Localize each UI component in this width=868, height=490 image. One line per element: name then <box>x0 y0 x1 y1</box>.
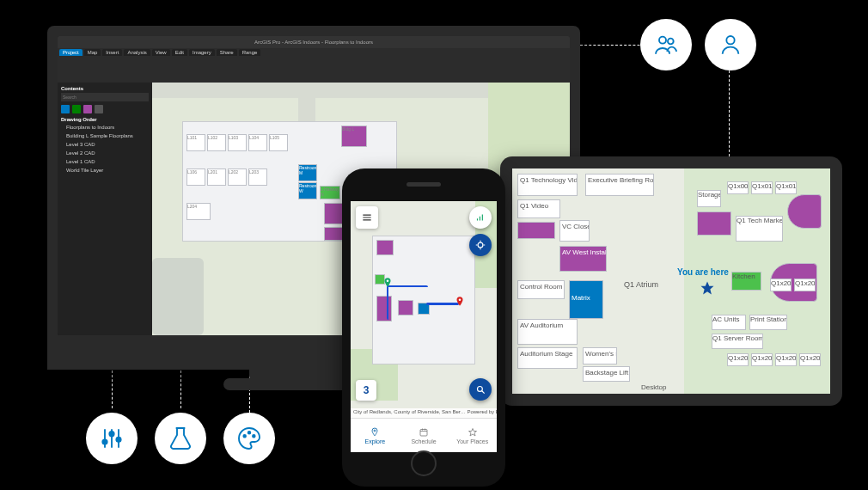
bottom-nav: Explore Schedule Your Places <box>351 418 497 452</box>
room: L203 <box>248 168 267 186</box>
room: Women's L <box>583 347 617 364</box>
ribbon[interactable]: Project Map Insert Analysis View Edit Im… <box>58 48 570 83</box>
room: Restroom M <box>298 164 317 181</box>
layer-item[interactable]: Level 2 CAD <box>61 150 149 156</box>
room: Control Room <box>517 280 565 299</box>
connector <box>729 70 730 156</box>
svg-point-15 <box>248 432 251 434</box>
map-attribution: City of Redlands, County of Riverside, S… <box>351 408 497 418</box>
room <box>697 211 731 236</box>
layer-item[interactable]: Level 1 CAD <box>61 158 149 165</box>
ribbon-tab[interactable]: Edit <box>172 49 187 56</box>
svg-point-4 <box>387 279 389 282</box>
search-button[interactable] <box>469 378 492 401</box>
ribbon-tab[interactable]: Insert <box>102 49 122 56</box>
contents-pane[interactable]: Contents Drawing Order Floorplans to Ind… <box>58 83 152 335</box>
signal-button[interactable] <box>469 206 492 229</box>
svg-point-12 <box>109 432 113 436</box>
ribbon-tab-project[interactable]: Project <box>59 49 83 56</box>
contents-search[interactable] <box>61 93 149 101</box>
layer-item[interactable]: Building L Sample Floorplans <box>61 132 149 139</box>
svg-point-2 <box>726 36 734 44</box>
menu-button[interactable] <box>356 206 378 229</box>
tablet-device: Q1 Technology Video Q1 Video Executive B… <box>500 156 842 406</box>
room <box>787 194 822 229</box>
svg-point-7 <box>478 387 483 392</box>
origin-pin-icon <box>382 277 394 289</box>
room: L105 <box>269 134 288 151</box>
room: L202 <box>228 168 247 186</box>
ribbon-tab[interactable]: Imagery <box>189 49 215 56</box>
room: AC Units <box>712 315 746 330</box>
destination-pin-icon <box>454 296 466 308</box>
room: Restroom W <box>298 182 317 199</box>
room: L Hallway N <box>320 186 340 199</box>
ribbon-tab[interactable]: Range <box>239 49 261 56</box>
svg-point-6 <box>478 242 483 248</box>
svg-marker-10 <box>468 428 476 436</box>
room-label: Q1 Atrium <box>624 280 658 289</box>
room: Backstage Lift <box>583 366 630 382</box>
room: Q1x2021 <box>794 279 816 291</box>
room: L101 <box>186 134 205 151</box>
phone-app: 3 City of Redlands, County of Riverside,… <box>351 201 497 452</box>
phone-map[interactable]: 3 City of Redlands, County of Riverside,… <box>351 201 497 418</box>
room: Q1 Server Room <box>712 334 763 349</box>
contents-header: Contents <box>61 86 149 91</box>
ribbon-tab[interactable]: View <box>152 49 170 56</box>
room: VC Closet <box>559 220 590 242</box>
ribbon-tab[interactable]: Analysis <box>124 49 150 56</box>
ribbon-tab[interactable]: Map <box>84 49 101 56</box>
drawing-order-label: Drawing Order <box>61 117 149 122</box>
svg-point-13 <box>116 438 120 442</box>
phone-device: 3 City of Redlands, County of Riverside,… <box>342 168 505 487</box>
you-are-here-label: You are here <box>677 267 729 277</box>
tab-your-places[interactable]: Your Places <box>448 419 497 452</box>
user-icon <box>705 19 756 70</box>
svg-point-1 <box>668 39 674 45</box>
palette-icon <box>223 413 275 464</box>
tab-schedule[interactable]: Schedule <box>400 419 449 452</box>
ribbon-tab[interactable]: Share <box>217 49 237 56</box>
room: L204 <box>186 203 211 220</box>
svg-rect-9 <box>420 429 427 436</box>
svg-point-11 <box>102 439 107 444</box>
room: Q1 Tech Marketing Video <box>736 216 783 242</box>
room: Q1x2041 <box>751 353 773 366</box>
you-are-here-star-icon <box>700 280 715 296</box>
room: L104 <box>248 134 267 151</box>
lab-icon <box>155 413 206 464</box>
room: AV Auditorium <box>517 319 578 345</box>
tab-explore[interactable]: Explore <box>351 419 400 452</box>
room: Q1x007 <box>727 181 749 194</box>
room: Q1x2043 <box>799 353 821 366</box>
room: Bldg L <box>341 126 367 147</box>
room: Matrix <box>569 280 603 319</box>
svg-point-8 <box>374 430 376 432</box>
svg-point-5 <box>459 298 462 301</box>
room: Q1x010 <box>751 181 773 194</box>
tablet-map[interactable]: Q1 Technology Video Q1 Video Executive B… <box>512 168 830 394</box>
room: Q1x2040 <box>727 353 749 366</box>
room: Auditorium Stage <box>517 347 578 369</box>
toc-toolbar[interactable] <box>61 105 149 113</box>
room: Q1x2042 <box>775 353 797 366</box>
locate-button[interactable] <box>469 234 492 256</box>
room: L106 <box>186 168 205 186</box>
room: L102 <box>207 134 226 151</box>
level-selector[interactable]: 3 <box>356 380 376 401</box>
room: Q1 Technology Video <box>517 174 578 196</box>
room: Storage Room <box>697 190 721 207</box>
svg-point-16 <box>253 435 255 438</box>
layer-item[interactable]: World Tile Layer <box>61 167 149 174</box>
room: Print Station <box>749 315 787 330</box>
layer-item[interactable]: Floorplans to Indoors <box>61 124 149 131</box>
layer-item[interactable]: Level 3 CAD <box>61 141 149 148</box>
room: L103 <box>228 134 247 151</box>
window-title: ArcGIS Pro - ArcGIS Indoors - Floorplans… <box>58 36 570 48</box>
room: L201 <box>207 168 226 186</box>
svg-point-0 <box>659 37 666 44</box>
room: Q1 Video <box>517 199 560 218</box>
tab-label: Explore <box>364 438 385 444</box>
room: Q1x013 <box>775 181 797 194</box>
